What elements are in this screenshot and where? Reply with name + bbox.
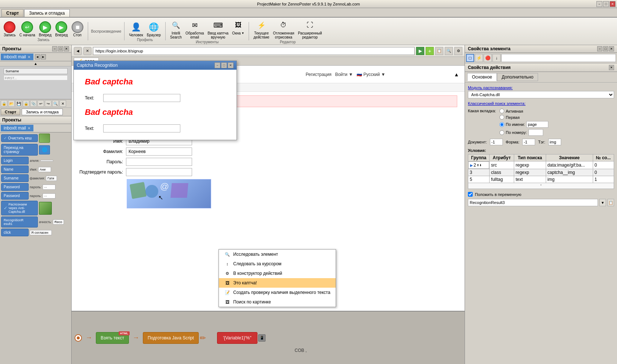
btn-person[interactable]: 👤 Человек [127, 21, 145, 38]
ctx-its-captcha[interactable]: 🖼 Это каптча! [219, 278, 336, 288]
wf-icon-btn-1[interactable]: 🔒 [1, 100, 7, 107]
close-btn[interactable]: ✕ [610, 1, 616, 7]
node-prepare-js[interactable]: Подготовка Java Script ✏ [143, 332, 199, 344]
node-clear-cache[interactable]: ✓ Очистить кеш [1, 134, 70, 143]
btn-current-action[interactable]: ⚡ Текущеедействие [252, 19, 271, 40]
condition-row-1[interactable]: ▶ 2 ⬆⬇ src regexp data:image/gif;ba... 0 [468, 161, 614, 169]
node-variable[interactable]: '{Variable1}'%" 📱 [217, 332, 257, 344]
node-click[interactable]: click Я согласен [1, 229, 70, 236]
wf-icon-btn-6[interactable]: ↩ [37, 100, 44, 107]
inbox-register-link[interactable]: Регистрация [306, 72, 331, 77]
ctx-search-image[interactable]: 🖼 Поиск по картинке [219, 297, 336, 307]
browser-copy-btn[interactable]: 📋 [435, 47, 443, 55]
browser-settings-btn[interactable]: ⚙ [454, 47, 462, 55]
radio-active[interactable] [499, 109, 504, 113]
scroll-up-btn[interactable]: ▲ [0, 61, 71, 66]
captcha-dlg-max[interactable]: □ [221, 62, 227, 68]
browser-find-btn[interactable]: 🔍 [445, 47, 453, 55]
minimize-btn[interactable]: − [596, 1, 602, 7]
ctx-check-text[interactable]: 📝 Создать проверку наличия выделенного т… [219, 288, 336, 297]
btn-delayed[interactable]: ⏱ Отложеннаяотрисовка [271, 19, 296, 40]
inner-project-tab[interactable]: inboxIt mail ✕ [1, 125, 33, 131]
captcha-text-input-2[interactable] [103, 124, 180, 132]
tab-start[interactable]: Старт [1, 9, 24, 17]
action-props-close[interactable]: ✕ [609, 65, 614, 70]
tag-input[interactable] [548, 139, 561, 145]
inbox-lang-btn[interactable]: 🇷🇺 Русский ▼ [357, 72, 385, 77]
projects-panel-minimize[interactable]: − [52, 46, 57, 51]
node-password2[interactable]: Password пароль: ··· [1, 192, 70, 200]
project-tab-inbox[interactable]: inboxIt mail ✕ [1, 54, 33, 60]
props-icon-general[interactable]: □ [466, 54, 474, 62]
props-panel-close[interactable]: ✕ [609, 46, 614, 51]
node-name[interactable]: Name Имя: Ани [1, 165, 70, 173]
module-select[interactable]: Anti-Captcha.dll [468, 91, 614, 98]
node-surname[interactable]: Surname фамилия: Гати [1, 174, 70, 182]
node-result1[interactable]: RecognitionResult1 ачность: Reco [1, 216, 70, 228]
btn-forward1[interactable]: ▶ Вперед [37, 21, 53, 38]
doc-input[interactable] [490, 139, 503, 145]
props-panel-minimize[interactable]: − [597, 46, 602, 51]
wf-icon-btn-3[interactable]: 💾 [15, 100, 22, 107]
props-icon-stop[interactable]: 🔴 [484, 54, 492, 62]
btn-windows[interactable]: 🖼 Окна ▼ [231, 19, 246, 40]
btn-stop[interactable]: ⏹ Стоп [70, 21, 85, 38]
browser-back-btn[interactable]: ◄ [74, 47, 82, 55]
btn-captcha-manual[interactable]: ⌨ Ввод каптчавручную [206, 19, 230, 40]
form-input[interactable] [522, 139, 535, 145]
btn-forward2[interactable]: ▶ Вперед [54, 21, 69, 38]
inner-tab-start[interactable]: Старт [1, 109, 20, 115]
wf-icon-btn-5[interactable]: 📎 [30, 100, 37, 107]
confirm-input[interactable] [126, 168, 192, 176]
password-input[interactable] [126, 158, 192, 166]
nav-prev-btn[interactable]: ◄ [35, 54, 40, 59]
nav-next-btn[interactable]: ► [41, 54, 46, 59]
var-checkbox[interactable] [468, 192, 473, 197]
ctx-action-builder[interactable]: ⚙ В конструктор действий [219, 269, 336, 278]
captcha-dlg-close[interactable]: ✕ [228, 62, 234, 68]
tab-record[interactable]: Запись и отладка [24, 9, 69, 17]
radio-by-number[interactable] [499, 130, 504, 135]
browser-stop-btn[interactable]: ✕ [83, 47, 91, 55]
surname-input[interactable] [126, 148, 192, 156]
node-recognize[interactable]: ✓ Распознаемчерез Anti-Captcha.dll [1, 201, 70, 215]
projects-panel-float[interactable]: □ [58, 46, 63, 51]
inner-tab-record[interactable]: Запись и отладка [22, 109, 62, 115]
wf-icon-btn-8[interactable]: 🔍 [52, 100, 59, 107]
wf-icon-btn-9[interactable]: ✕ [59, 100, 66, 107]
node-password1[interactable]: Password пароль: ··· [1, 183, 70, 191]
node-take-text[interactable]: Взять текст HTML [96, 332, 129, 344]
radio-by-name[interactable] [499, 122, 504, 127]
inbox-scroll-btn[interactable]: ▲ [454, 72, 459, 77]
props-icon-lightning[interactable]: ⚡ [475, 54, 483, 62]
project-tab-close[interactable]: ✕ [28, 55, 30, 59]
btn-email[interactable]: ✉ Обработкаemail [184, 19, 205, 40]
props-panel-float[interactable]: □ [603, 46, 608, 51]
node-goto-page[interactable]: Переход настраницу 🌐 [1, 144, 70, 156]
browser-url-input[interactable] [93, 48, 414, 54]
ctx-follow-cursor[interactable]: ↕ Следовать за курсором [219, 259, 336, 269]
var-copy-btn[interactable]: 📋 [607, 199, 614, 206]
btn-intelli-search[interactable]: 🔍 IntelliSearch [169, 19, 183, 40]
tab-number-input[interactable] [528, 129, 543, 136]
condition-row-3[interactable]: 5 fulltag text img 1 [468, 176, 614, 183]
maximize-btn[interactable]: □ [603, 1, 609, 7]
node-login[interactable]: Login ателя: [1, 157, 70, 164]
wf-icon-btn-2[interactable]: 📂 [8, 100, 15, 107]
condition-row-2[interactable]: 3 class regexp captcha__img 0 [468, 169, 614, 176]
wf-icon-btn-4[interactable]: 🔒 [23, 100, 29, 107]
ctx-investigate[interactable]: 🔍 Исследовать элемент [219, 250, 336, 259]
var-dropdown-btn[interactable]: ▼ [599, 199, 606, 206]
inbox-login-btn[interactable]: Войти ▼ [335, 72, 353, 77]
props-tab-basic[interactable]: Основное [467, 73, 497, 81]
btn-from-start[interactable]: ↩ С начала [18, 21, 37, 38]
btn-extended-editor[interactable]: ⛶ Расширенныйредактор [296, 19, 323, 40]
props-icon-arrow[interactable]: ↓ [492, 54, 501, 62]
props-search-input[interactable] [501, 54, 616, 62]
var-name-input[interactable] [468, 199, 598, 206]
captcha-dlg-min[interactable]: − [214, 62, 220, 68]
browser-go-btn[interactable]: ▶ [416, 47, 424, 55]
btn-record[interactable]: Запись [2, 21, 17, 38]
captcha-text-input-1[interactable] [103, 94, 180, 102]
browser-add-btn[interactable]: + [426, 47, 434, 55]
